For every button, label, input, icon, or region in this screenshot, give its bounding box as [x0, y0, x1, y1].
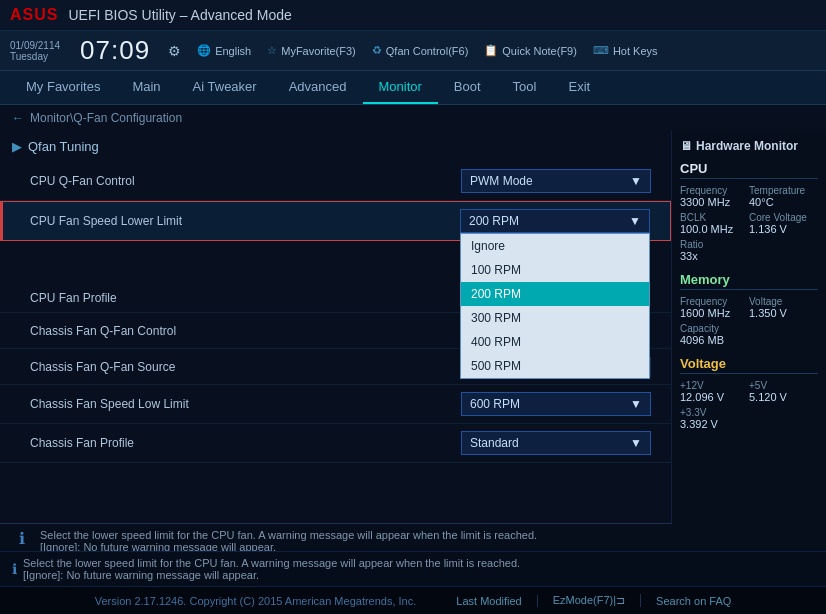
version-text: Version 2.17.1246. Copyright (C) 2015 Am… — [95, 595, 417, 607]
chassis-fan-speed-dropdown[interactable]: 600 RPM ▼ — [461, 392, 651, 416]
ezmode-link[interactable]: EzMode(F7)|⊐ — [553, 594, 641, 607]
setting-cpu-qfan-control: CPU Q-Fan Control PWM Mode ▼ — [0, 162, 671, 201]
search-faq-link[interactable]: Search on FAQ — [656, 595, 731, 607]
toolbar-qfan[interactable]: ♻ Qfan Control(F6) — [372, 44, 469, 57]
myfavorite-label: MyFavorite(F3) — [281, 45, 356, 57]
ratio-value: 33x — [680, 250, 818, 262]
mem-capacity-label: Capacity — [680, 323, 818, 334]
hotkeys-label: Hot Keys — [613, 45, 658, 57]
breadcrumb-path: Monitor\Q-Fan Configuration — [30, 111, 182, 125]
status-line1: Select the lower speed limit for the CPU… — [23, 557, 520, 569]
info-text: Select the lower speed limit for the CPU… — [40, 529, 537, 553]
option-ignore[interactable]: Ignore — [461, 234, 649, 258]
star-icon: ☆ — [267, 44, 277, 57]
toolbar-myfavorite[interactable]: ☆ MyFavorite(F3) — [267, 44, 356, 57]
date-line2: Tuesday — [10, 51, 60, 62]
option-200rpm[interactable]: 200 RPM — [461, 282, 649, 306]
info-line1: Select the lower speed limit for the CPU… — [40, 529, 537, 541]
setting-chassis-fan-profile: Chassis Fan Profile Standard ▼ — [0, 424, 671, 463]
nav-bar: My Favorites Main Ai Tweaker Advanced Mo… — [0, 71, 826, 105]
bclk-col: BCLK 100.0 MHz — [680, 212, 749, 235]
chassis-qfan-label: Chassis Fan Q-Fan Control — [30, 324, 471, 338]
cpu-section: CPU Frequency 3300 MHz Temperature 40°C … — [680, 161, 818, 262]
toolbar-hotkeys[interactable]: ⌨ Hot Keys — [593, 44, 658, 57]
section-label: Qfan Tuning — [28, 139, 99, 154]
mem-freq-value: 1600 MHz — [680, 307, 749, 319]
mem-row-1: Frequency 1600 MHz Voltage 1.350 V — [680, 296, 818, 319]
v33-value: 3.392 V — [680, 418, 818, 430]
core-voltage-value: 1.136 V — [749, 223, 818, 235]
status-text: Select the lower speed limit for the CPU… — [23, 557, 520, 581]
option-500rpm[interactable]: 500 RPM — [461, 354, 649, 378]
quicknote-icon: 📋 — [484, 44, 498, 57]
ratio-label: Ratio — [680, 239, 818, 250]
bottom-bar: Version 2.17.1246. Copyright (C) 2015 Am… — [0, 586, 826, 614]
time-display: 07:09 — [80, 35, 150, 66]
monitor-icon: 🖥 — [680, 139, 692, 153]
setting-chassis-fan-speed: Chassis Fan Speed Low Limit 600 RPM ▼ — [0, 385, 671, 424]
voltage-section: Voltage +12V 12.096 V +5V 5.120 V +3.3V … — [680, 356, 818, 430]
qfan-label: Qfan Control(F6) — [386, 45, 469, 57]
datetime-display: 01/09/2114 Tuesday — [10, 40, 60, 62]
language-label: English — [215, 45, 251, 57]
bclk-label: BCLK — [680, 212, 749, 223]
v12-col: +12V 12.096 V — [680, 380, 749, 403]
option-100rpm[interactable]: 100 RPM — [461, 258, 649, 282]
nav-tool[interactable]: Tool — [497, 71, 553, 104]
hw-monitor-title: 🖥 Hardware Monitor — [680, 139, 818, 153]
cpu-temp-label: Temperature — [749, 185, 818, 196]
cpu-title: CPU — [680, 161, 818, 179]
dropdown-options-list: Ignore 100 RPM 200 RPM 300 RPM 400 RPM 5… — [460, 233, 650, 379]
toolbar-english[interactable]: 🌐 English — [197, 44, 251, 57]
back-arrow-icon[interactable]: ← — [12, 111, 24, 125]
last-modified-link[interactable]: Last Modified — [456, 595, 537, 607]
mem-capacity-value: 4096 MB — [680, 334, 818, 346]
quicknote-label: Quick Note(F9) — [502, 45, 577, 57]
cpu-freq-label: Frequency — [680, 185, 749, 196]
nav-advanced[interactable]: Advanced — [273, 71, 363, 104]
option-300rpm[interactable]: 300 RPM — [461, 306, 649, 330]
status-bar: ℹ Select the lower speed limit for the C… — [0, 551, 826, 586]
v5-value: 5.120 V — [749, 391, 818, 403]
memory-section: Memory Frequency 1600 MHz Voltage 1.350 … — [680, 272, 818, 346]
option-400rpm[interactable]: 400 RPM — [461, 330, 649, 354]
dropdown-arrow-icon: ▼ — [630, 174, 642, 188]
info-icon-status: ℹ — [12, 561, 17, 577]
mem-freq-col: Frequency 1600 MHz — [680, 296, 749, 319]
cpu-fan-speed-dropdown[interactable]: 200 RPM ▼ Ignore 100 RPM 200 RPM 300 RPM… — [460, 209, 650, 233]
mem-row-2: Capacity 4096 MB — [680, 323, 818, 346]
nav-ai-tweaker[interactable]: Ai Tweaker — [177, 71, 273, 104]
chassis-fan-profile-dropdown[interactable]: Standard ▼ — [461, 431, 651, 455]
cpu-row-2: BCLK 100.0 MHz Core Voltage 1.136 V — [680, 212, 818, 235]
qfan-icon: ♻ — [372, 44, 382, 57]
cpu-qfan-label: CPU Q-Fan Control — [30, 174, 461, 188]
voltage-title: Voltage — [680, 356, 818, 374]
cpu-qfan-value: PWM Mode — [470, 174, 533, 188]
dropdown-open-arrow-icon: ▼ — [629, 214, 641, 228]
header-top: ASUS UEFI BIOS Utility – Advanced Mode — [0, 0, 826, 31]
v12-value: 12.096 V — [680, 391, 749, 403]
nav-my-favorites[interactable]: My Favorites — [10, 71, 116, 104]
nav-main[interactable]: Main — [116, 71, 176, 104]
cpu-fan-speed-value: 200 RPM — [469, 214, 519, 228]
nav-monitor[interactable]: Monitor — [363, 71, 438, 104]
qfan-tuning-section[interactable]: ▶ Qfan Tuning — [0, 131, 671, 162]
mem-capacity-col: Capacity 4096 MB — [680, 323, 818, 346]
bclk-value: 100.0 MHz — [680, 223, 749, 235]
volt-row-1: +12V 12.096 V +5V 5.120 V — [680, 380, 818, 403]
cpu-fan-profile-label: CPU Fan Profile — [30, 291, 471, 305]
cpu-freq-value: 3300 MHz — [680, 196, 749, 208]
chassis-fan-speed-value: 600 RPM — [470, 397, 520, 411]
toolbar-quicknote[interactable]: 📋 Quick Note(F9) — [484, 44, 577, 57]
nav-boot[interactable]: Boot — [438, 71, 497, 104]
nav-exit[interactable]: Exit — [552, 71, 606, 104]
cpu-temp-col: Temperature 40°C — [749, 185, 818, 208]
settings-icon[interactable]: ⚙ — [168, 43, 181, 59]
cpu-qfan-dropdown[interactable]: PWM Mode ▼ — [461, 169, 651, 193]
section-expand-icon: ▶ — [12, 139, 22, 154]
mem-freq-label: Frequency — [680, 296, 749, 307]
memory-title: Memory — [680, 272, 818, 290]
volt-row-2: +3.3V 3.392 V — [680, 407, 818, 430]
chassis-fan-profile-value: Standard — [470, 436, 519, 450]
asus-logo: ASUS — [10, 6, 58, 24]
